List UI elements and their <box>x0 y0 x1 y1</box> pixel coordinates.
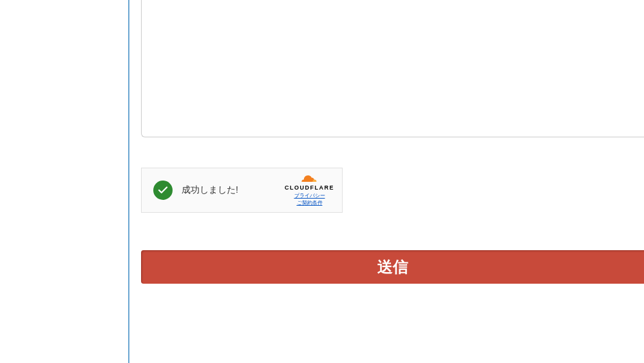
vertical-divider <box>128 0 129 363</box>
check-success-icon <box>153 181 173 200</box>
message-textarea[interactable] <box>141 0 644 137</box>
cloudflare-brand-text: CLOUDFLARE <box>285 184 334 192</box>
submit-button[interactable]: 送信 <box>141 250 644 284</box>
cloudflare-logo: CLOUDFLARE <box>285 174 334 192</box>
privacy-link[interactable]: プライバシー <box>294 193 325 199</box>
cloud-icon <box>301 174 319 183</box>
cloudflare-captcha: 成功しました! CLOUDFLARE プライバシー ご契約条件 <box>141 168 343 213</box>
captcha-branding: CLOUDFLARE プライバシー ご契約条件 <box>285 174 334 206</box>
terms-link[interactable]: ご契約条件 <box>297 200 323 206</box>
captcha-status-text: 成功しました! <box>182 184 285 196</box>
